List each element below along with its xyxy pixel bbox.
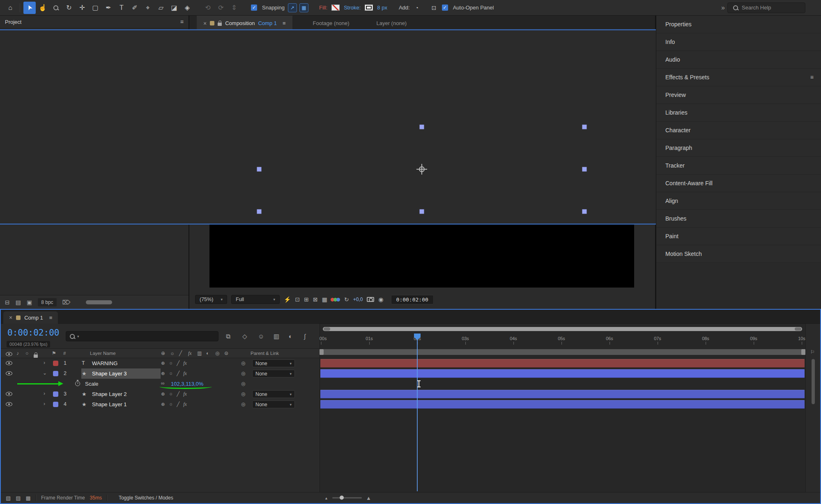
expander-icon[interactable]: › bbox=[44, 360, 45, 366]
layer-bar-shape1[interactable] bbox=[320, 400, 805, 409]
time-ruler[interactable]: 0:00s 01s 02s 03s 04s 05s 06s 07s 08s 09… bbox=[320, 334, 805, 347]
column-number[interactable]: # bbox=[63, 351, 66, 356]
label-color-chip[interactable] bbox=[53, 361, 58, 366]
pen-tool[interactable]: ✒ bbox=[102, 2, 115, 14]
exposure-value[interactable]: +0,0 bbox=[353, 297, 363, 302]
snapshot-icon[interactable] bbox=[367, 297, 374, 302]
column-parent-link[interactable]: Parent & Link bbox=[251, 351, 279, 356]
work-area-start-handle[interactable] bbox=[320, 349, 324, 355]
panel-menu-icon[interactable]: ≡ bbox=[283, 20, 286, 26]
layer-row-warning[interactable]: › 1 T WARNING ⊕☼╱fx ◎ None▾ bbox=[1, 358, 320, 368]
label-color-chip[interactable] bbox=[53, 371, 58, 376]
selected-shape-layer[interactable]: WARNING bbox=[259, 127, 584, 212]
sidebar-panel-tracker[interactable]: Tracker bbox=[656, 157, 821, 175]
resolution-dropdown[interactable]: Full▾ bbox=[231, 295, 280, 304]
snap-to-feature-icon[interactable]: ↗ bbox=[288, 3, 297, 12]
snap-grid-icon[interactable]: ▦ bbox=[299, 3, 308, 12]
layer-name[interactable]: Shape Layer 3 bbox=[92, 371, 127, 377]
pickwhip-icon[interactable]: ◎ bbox=[241, 381, 245, 387]
layer-row-shape1[interactable]: › 4 ★ Shape Layer 1 ⊕☼╱fx ◎ None▾ bbox=[1, 399, 320, 410]
parent-link-dropdown[interactable]: None▾ bbox=[252, 400, 295, 408]
project-footer-scrollbar[interactable] bbox=[86, 300, 112, 304]
zoom-tool[interactable] bbox=[50, 2, 62, 14]
sidebar-panel-brushes[interactable]: Brushes bbox=[656, 210, 821, 228]
project-panel-grid-icon[interactable]: ⊟ bbox=[5, 299, 10, 306]
layer-row-shape2[interactable]: › 3 ★ Shape Layer 2 ⊕☼╱fx ◎ None▾ bbox=[1, 389, 320, 399]
sidebar-panel-paragraph[interactable]: Paragraph bbox=[656, 139, 821, 157]
fill-swatch[interactable] bbox=[331, 5, 340, 11]
roi-icon[interactable]: ⊡ bbox=[295, 296, 300, 303]
roto-brush-tool[interactable]: ◪ bbox=[168, 2, 180, 14]
zoom-slider-handle[interactable] bbox=[340, 496, 344, 500]
panel-menu-icon[interactable]: ≡ bbox=[180, 18, 184, 25]
work-area-end-handle[interactable] bbox=[801, 349, 805, 355]
composition-canvas[interactable]: WARNING bbox=[209, 49, 634, 288]
pickwhip-icon[interactable]: ◎ bbox=[241, 371, 245, 376]
delete-icon[interactable]: ⌦ bbox=[62, 299, 71, 306]
layer-name[interactable]: Shape Layer 1 bbox=[92, 401, 127, 407]
graph-editor-icon[interactable]: ∫ bbox=[304, 333, 306, 340]
selection-tool[interactable]: ➤ bbox=[23, 2, 36, 14]
channel-settings-icon[interactable] bbox=[331, 298, 340, 301]
sidebar-panel-preview[interactable]: Preview bbox=[656, 86, 821, 104]
stroke-label[interactable]: Stroke: bbox=[344, 5, 361, 11]
new-composition-icon[interactable]: ▣ bbox=[27, 299, 32, 306]
sidebar-panel-paint[interactable]: Paint bbox=[656, 228, 821, 245]
expand-in-out-panes-icon[interactable]: ▩ bbox=[26, 495, 31, 501]
sidebar-panel-info[interactable]: Info bbox=[656, 33, 821, 51]
pickwhip-icon[interactable]: ◎ bbox=[241, 391, 245, 397]
shape-tool[interactable]: ▢ bbox=[89, 2, 101, 14]
tab-layer[interactable]: Layer (none) bbox=[370, 16, 413, 31]
layer-switches[interactable]: ⊕☼╱fx bbox=[161, 391, 187, 397]
toggle-switches-modes-button[interactable]: Toggle Switches / Modes bbox=[119, 495, 173, 501]
panel-menu-icon[interactable]: ≡ bbox=[49, 315, 53, 321]
sidebar-panel-character[interactable]: Character bbox=[656, 122, 821, 139]
timeline-zoom-control[interactable]: ▲ ▲ bbox=[324, 495, 371, 501]
reset-exposure-icon[interactable]: ↻ bbox=[344, 296, 349, 303]
viewer-timecode[interactable]: 0:00:02:00 bbox=[391, 295, 434, 304]
frame-blending-icon[interactable]: ▥ bbox=[274, 333, 279, 340]
layer-bar-warning[interactable] bbox=[320, 359, 805, 368]
lock-icon[interactable] bbox=[218, 23, 222, 26]
selection-handle[interactable] bbox=[582, 167, 587, 172]
layer-name[interactable]: WARNING bbox=[92, 360, 117, 366]
anchor-point-icon[interactable] bbox=[419, 166, 425, 172]
panel-menu-icon[interactable]: ≡ bbox=[810, 74, 814, 81]
layer-bar-shape2[interactable] bbox=[320, 390, 805, 398]
zoom-out-mountain-icon[interactable]: ▲ bbox=[324, 496, 328, 500]
layer-visibility-toggle[interactable] bbox=[6, 402, 12, 406]
zoom-slider[interactable] bbox=[332, 497, 362, 499]
sidebar-panel-libraries[interactable]: Libraries bbox=[656, 104, 821, 122]
selection-handle[interactable] bbox=[257, 167, 262, 172]
timeline-timecode[interactable]: 0:00:02:00 bbox=[7, 328, 59, 338]
hide-shy-layers-icon[interactable]: ☺ bbox=[258, 333, 264, 340]
rotate-tool[interactable]: ↻ bbox=[63, 2, 75, 14]
composition-mini-flowchart-icon[interactable]: ⧉ bbox=[226, 333, 230, 340]
sidebar-panel-effects-presets[interactable]: Effects & Presets≡ bbox=[656, 69, 821, 86]
layer-bar-shape3[interactable] bbox=[320, 369, 805, 378]
add-icon[interactable]: ◔ bbox=[412, 2, 421, 14]
eraser-tool[interactable]: ▱ bbox=[155, 2, 167, 14]
mask-visibility-icon[interactable]: ⊠ bbox=[313, 296, 318, 303]
snapping-checkbox[interactable]: ✓ bbox=[251, 5, 257, 11]
navigator-handle[interactable] bbox=[795, 327, 801, 331]
comp-marker-icon[interactable]: ⚐ bbox=[810, 349, 815, 355]
pickwhip-icon[interactable]: ◎ bbox=[241, 360, 245, 366]
home-icon[interactable]: ⌂ bbox=[4, 2, 16, 14]
fill-label[interactable]: Fill: bbox=[319, 5, 327, 11]
parent-link-dropdown[interactable]: None▾ bbox=[252, 370, 295, 377]
selection-handle[interactable] bbox=[420, 125, 424, 129]
expander-icon[interactable]: › bbox=[44, 391, 45, 396]
layer-row-shape3[interactable]: ⌄ 2 ★ Shape Layer 3 ⊕☼╱fx ◎ None▾ bbox=[1, 368, 320, 379]
layer-switches[interactable]: ⊕☼╱fx bbox=[161, 401, 187, 407]
playhead-line[interactable] bbox=[417, 334, 418, 491]
time-navigator[interactable] bbox=[323, 327, 802, 331]
show-snapshot-icon[interactable]: ◉ bbox=[378, 296, 383, 303]
pickwhip-icon[interactable]: ◎ bbox=[241, 401, 245, 407]
expand-transfer-controls-icon[interactable]: ▨ bbox=[16, 495, 21, 501]
timeline-tab-comp1[interactable]: × Comp 1 ≡ bbox=[3, 311, 58, 324]
stroke-swatch[interactable] bbox=[365, 5, 373, 11]
auto-open-panel-checkbox[interactable]: ✓ bbox=[442, 5, 448, 11]
close-icon[interactable]: × bbox=[9, 314, 12, 321]
toolbar-overflow-icon[interactable]: » bbox=[721, 4, 725, 12]
